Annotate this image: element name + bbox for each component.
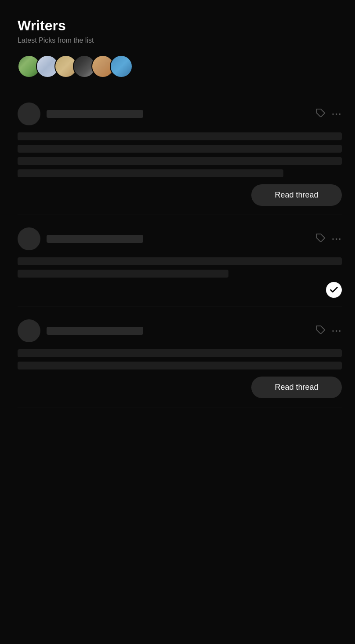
thread-avatar (18, 102, 40, 125)
skeleton-line (18, 349, 342, 357)
skeleton-line (18, 362, 342, 370)
thread-name-skeleton (47, 110, 143, 118)
page-container: Writers Latest Picks from the list · (0, 0, 355, 428)
thread-header: ··· (18, 227, 342, 250)
thread-avatar (18, 319, 40, 342)
more-icon[interactable]: ··· (332, 234, 342, 244)
thread-avatar (18, 227, 40, 250)
more-icon[interactable]: ··· (332, 109, 342, 119)
page-title: Writers (18, 18, 342, 34)
thread-card: ··· (18, 219, 342, 307)
checkmark-badge (326, 282, 342, 298)
thread-name-skeleton (47, 235, 143, 243)
avatars-row (18, 55, 342, 78)
thread-header-right: ··· (316, 108, 342, 120)
tag-icon[interactable] (316, 233, 326, 245)
skeleton-line (18, 132, 342, 140)
thread-header: ··· (18, 102, 342, 125)
more-icon[interactable]: ··· (332, 326, 342, 336)
thread-card: ··· Read thread (18, 94, 342, 215)
thread-header-right: ··· (316, 233, 342, 245)
skeleton-line (18, 157, 342, 165)
read-thread-button[interactable]: Read thread (251, 184, 342, 206)
tag-icon[interactable] (316, 325, 326, 337)
skeleton-line (18, 145, 342, 153)
thread-header-left (18, 319, 316, 342)
thread-header-left (18, 227, 316, 250)
thread-header: ··· (18, 319, 342, 342)
thread-header-right: ··· (316, 325, 342, 337)
page-subtitle: Latest Picks from the list (18, 37, 342, 44)
skeleton-line (18, 270, 228, 278)
read-thread-button[interactable]: Read thread (251, 377, 342, 398)
skeleton-line (18, 169, 283, 177)
skeleton-line (18, 257, 342, 265)
avatar-item[interactable] (110, 55, 133, 78)
thread-card: ··· Read thread (18, 311, 342, 407)
thread-name-skeleton (47, 327, 143, 335)
tag-icon[interactable] (316, 108, 326, 120)
thread-header-left (18, 102, 316, 125)
